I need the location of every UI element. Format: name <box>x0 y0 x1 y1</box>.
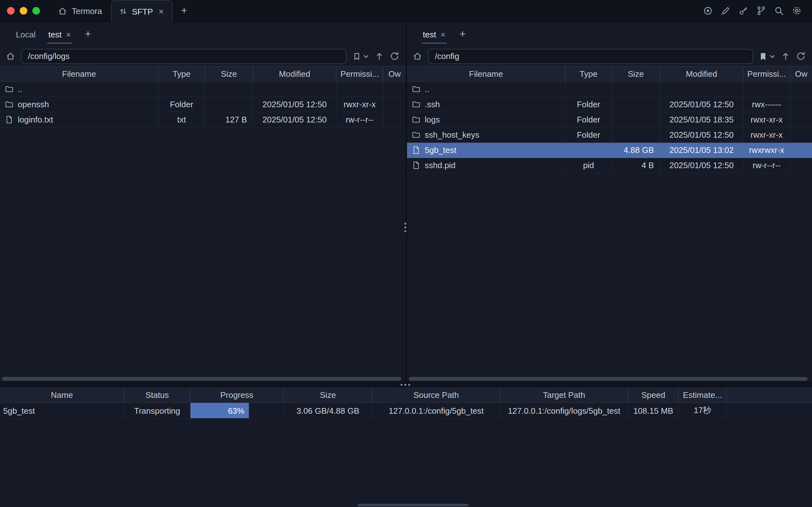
file-row-loginfo[interactable]: loginfo.txt txt 127 B 2025/01/05 12:50 r… <box>0 112 406 127</box>
chevron-down-icon[interactable] <box>363 54 369 59</box>
progress-bar: 63% <box>191 403 249 418</box>
column-filename[interactable]: Filename <box>0 67 159 81</box>
filename-text: sshd.pid <box>425 161 455 170</box>
record-icon[interactable] <box>702 5 714 16</box>
zoom-window-button[interactable] <box>33 7 40 15</box>
tab-local[interactable]: Local <box>9 26 42 43</box>
transfer-table-header: Name Status Progress Size Source Path Ta… <box>0 387 812 403</box>
owner-cell <box>791 143 812 157</box>
close-tab-icon[interactable]: × <box>157 6 165 16</box>
file-row-5gb-test-selected[interactable]: 5gb_test 4.88 GB 2025/01/05 13:02 rwxrwx… <box>407 143 812 158</box>
permissions-cell: rwxr-xr-x <box>744 127 791 142</box>
file-row-parent[interactable]: .. <box>0 82 406 97</box>
remote-path-input[interactable] <box>428 49 753 64</box>
folder-icon <box>5 100 13 109</box>
tab-test-left[interactable]: test × <box>42 26 77 43</box>
modified-cell <box>660 82 744 97</box>
file-row-sshd-pid[interactable]: sshd.pid pid 4 B 2025/01/05 12:50 rw-r--… <box>407 158 812 173</box>
filename-text: 5gb_test <box>425 145 456 155</box>
search-icon[interactable] <box>773 5 785 16</box>
key-icon[interactable] <box>738 5 749 16</box>
local-path-input[interactable] <box>21 49 347 64</box>
add-panel-tab-button[interactable]: + <box>77 28 99 41</box>
owner-cell <box>791 158 812 173</box>
column-modified[interactable]: Modified <box>660 67 744 81</box>
transfer-status: Transporting <box>124 403 191 418</box>
owner-cell <box>383 112 406 127</box>
horizontal-scrollbar[interactable] <box>409 377 808 381</box>
filename-text: loginfo.txt <box>18 115 53 124</box>
settings-gear-icon[interactable] <box>791 5 803 16</box>
parent-directory-button[interactable] <box>781 51 791 61</box>
transfer-filler <box>727 403 812 418</box>
column-permissions[interactable]: Permissi... <box>744 67 791 81</box>
refresh-icon[interactable] <box>796 51 806 61</box>
bookmark-split-button[interactable] <box>759 52 775 61</box>
permissions-cell: rwxrwxr-x <box>744 143 791 157</box>
transfer-horizontal-scrollbar[interactable] <box>358 504 469 506</box>
modified-cell: 2025/01/05 13:02 <box>660 143 744 157</box>
size-cell <box>205 82 253 97</box>
bookmark-filled-icon[interactable] <box>759 52 767 61</box>
size-cell: 127 B <box>205 112 253 127</box>
column-owner[interactable]: Ow <box>791 67 812 81</box>
column-name[interactable]: Name <box>0 387 124 402</box>
transfer-splitter[interactable] <box>0 382 812 387</box>
column-estimate[interactable]: Estimate... <box>679 387 727 402</box>
new-tab-button[interactable]: + <box>173 0 196 21</box>
column-size[interactable]: Size <box>205 67 253 81</box>
transfer-source-path: 127.0.0.1:/config/5gb_test <box>373 403 500 418</box>
local-file-panel: Local test × + <box>0 22 406 382</box>
filename-text: ssh_host_keys <box>425 130 479 139</box>
home-directory-button[interactable] <box>6 51 15 61</box>
add-panel-tab-button[interactable]: + <box>452 28 473 41</box>
modified-cell: 2025/01/05 12:50 <box>660 127 744 142</box>
tab-termora[interactable]: Termora <box>49 0 111 21</box>
tab-sftp[interactable]: SFTP × <box>111 0 173 22</box>
close-window-button[interactable] <box>7 7 15 15</box>
column-size[interactable]: Size <box>284 387 373 402</box>
type-cell <box>159 82 205 97</box>
bookmark-icon[interactable] <box>353 52 361 61</box>
remote-file-list: .. .ssh Folder 2025/01/05 12:50 <box>407 82 812 382</box>
column-source-path[interactable]: Source Path <box>373 387 500 402</box>
close-tab-icon[interactable]: × <box>441 30 445 38</box>
column-progress[interactable]: Progress <box>191 387 284 402</box>
transfer-speed: 108.15 MB <box>629 403 679 418</box>
column-type[interactable]: Type <box>566 67 612 81</box>
column-filename[interactable]: Filename <box>407 67 566 81</box>
local-path-bar <box>0 46 406 66</box>
tab-test-right[interactable]: test × <box>417 26 452 43</box>
file-row-parent[interactable]: .. <box>407 82 812 97</box>
column-size[interactable]: Size <box>612 67 660 81</box>
column-target-path[interactable]: Target Path <box>500 387 629 402</box>
splitter-handle-icon <box>400 384 410 386</box>
home-directory-button[interactable] <box>413 51 422 61</box>
parent-directory-button[interactable] <box>375 51 384 61</box>
size-cell: 4 B <box>612 158 660 173</box>
refresh-icon[interactable] <box>390 51 399 61</box>
bookmark-split-button[interactable] <box>353 52 369 61</box>
file-row-openssh[interactable]: openssh Folder 2025/01/05 12:50 rwxr-xr-… <box>0 97 406 112</box>
filename-cell: 5gb_test <box>407 143 566 157</box>
horizontal-scrollbar[interactable] <box>2 377 401 381</box>
branch-icon[interactable] <box>756 5 767 16</box>
progress-cell: 63% <box>191 403 284 418</box>
column-modified[interactable]: Modified <box>253 67 336 81</box>
minimize-window-button[interactable] <box>20 7 27 15</box>
filename-cell: ssh_host_keys <box>407 127 566 142</box>
column-permissions[interactable]: Permissi... <box>336 67 383 81</box>
file-row-logs[interactable]: logs Folder 2025/01/05 18:35 rwxr-xr-x <box>407 112 812 127</box>
edit-icon[interactable] <box>720 5 732 16</box>
filename-text: logs <box>425 115 440 124</box>
close-tab-icon[interactable]: × <box>66 30 71 38</box>
file-row-ssh-host-keys[interactable]: ssh_host_keys Folder 2025/01/05 12:50 rw… <box>407 127 812 143</box>
column-owner[interactable]: Ow <box>383 67 406 81</box>
file-panels: Local test × + <box>0 22 812 382</box>
column-speed[interactable]: Speed <box>629 387 679 402</box>
file-row-ssh[interactable]: .ssh Folder 2025/01/05 12:50 rwx------ <box>407 97 812 112</box>
column-type[interactable]: Type <box>159 67 205 81</box>
column-status[interactable]: Status <box>124 387 191 402</box>
transfer-row-5gb-test[interactable]: 5gb_test Transporting 63% 3.06 GB/4.88 G… <box>0 403 812 419</box>
chevron-down-icon[interactable] <box>769 54 775 59</box>
